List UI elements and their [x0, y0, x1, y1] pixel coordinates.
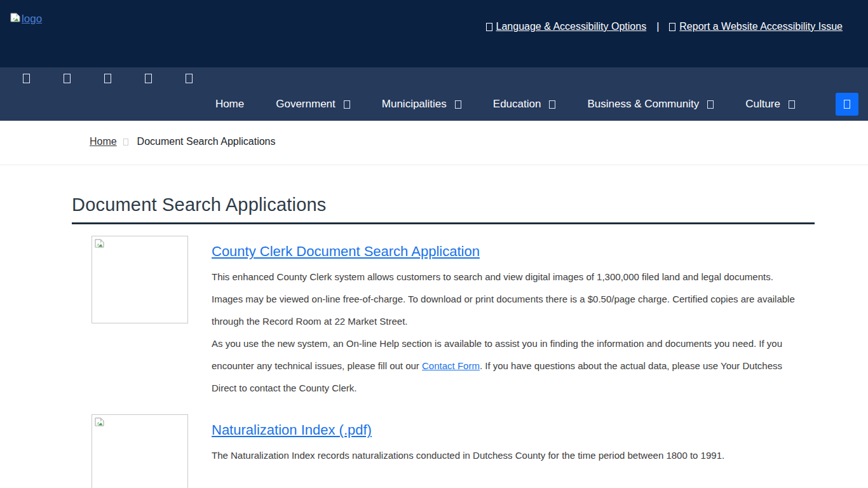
chevron-down-icon — [789, 100, 795, 109]
document-link[interactable]: County Clerk Document Search Application — [212, 243, 480, 260]
main-content: Document Search Applications County Cler… — [0, 194, 868, 488]
logo-alt-text: logo — [22, 13, 42, 25]
nav-item-municipalities[interactable]: Municipalities — [382, 98, 461, 111]
nav-item-culture[interactable]: Culture — [745, 98, 795, 111]
chevron-down-icon — [455, 100, 461, 109]
breadcrumb-current: Document Search Applications — [137, 136, 276, 147]
nav-item-education[interactable]: Education — [493, 98, 556, 111]
site-header: logo Language & Accessibility Options | … — [0, 0, 868, 67]
document-description: The Naturalization Index records natural… — [212, 444, 724, 466]
language-accessibility-link[interactable]: Language & Accessibility Options — [486, 21, 647, 32]
broken-image-icon — [10, 13, 20, 25]
nav-item-government[interactable]: Government — [276, 98, 350, 111]
search-button[interactable] — [836, 93, 858, 116]
social-icon-row — [0, 67, 868, 88]
nav-menu: Home Government Municipalities Education… — [0, 88, 868, 121]
logo-link[interactable]: logo — [10, 13, 42, 25]
nav-item-home[interactable]: Home — [215, 98, 244, 111]
list-item: Naturalization Index (.pdf) The Naturali… — [72, 414, 815, 488]
contact-form-link[interactable]: Contact Form — [422, 360, 480, 371]
document-description: As you use the new system, an On-line He… — [212, 332, 803, 399]
breadcrumb-separator-icon — [123, 139, 128, 146]
page-title: Document Search Applications — [72, 194, 815, 215]
social-icon-1[interactable] — [23, 74, 30, 83]
social-icon-5[interactable] — [186, 74, 193, 83]
header-utility-links: Language & Accessibility Options | Repor… — [486, 21, 843, 32]
document-thumbnail[interactable] — [92, 236, 188, 323]
breadcrumb-home-link[interactable]: Home — [90, 136, 117, 147]
social-icon-3[interactable] — [104, 74, 111, 83]
list-item: County Clerk Document Search Application… — [72, 236, 815, 399]
document-link[interactable]: Naturalization Index (.pdf) — [212, 422, 372, 438]
report-accessibility-link[interactable]: Report a Website Accessibility Issue — [669, 21, 843, 32]
header-links-separator: | — [656, 21, 659, 32]
main-nav: Home Government Municipalities Education… — [0, 67, 868, 121]
document-thumbnail[interactable] — [92, 414, 188, 488]
chevron-down-icon — [707, 100, 714, 109]
document-description: This enhanced County Clerk system allows… — [212, 266, 803, 332]
breadcrumb: Home Document Search Applications — [0, 121, 868, 165]
broken-image-icon — [95, 239, 104, 248]
chevron-down-icon — [549, 100, 555, 109]
title-rule — [72, 222, 815, 224]
social-icon-2[interactable] — [64, 74, 71, 83]
accessibility-icon — [486, 23, 492, 31]
broken-image-icon — [95, 417, 104, 426]
report-issue-icon — [669, 23, 675, 31]
social-icon-4[interactable] — [145, 74, 152, 83]
chevron-down-icon — [344, 100, 350, 109]
search-icon — [844, 100, 850, 109]
nav-item-business-community[interactable]: Business & Community — [587, 98, 714, 111]
